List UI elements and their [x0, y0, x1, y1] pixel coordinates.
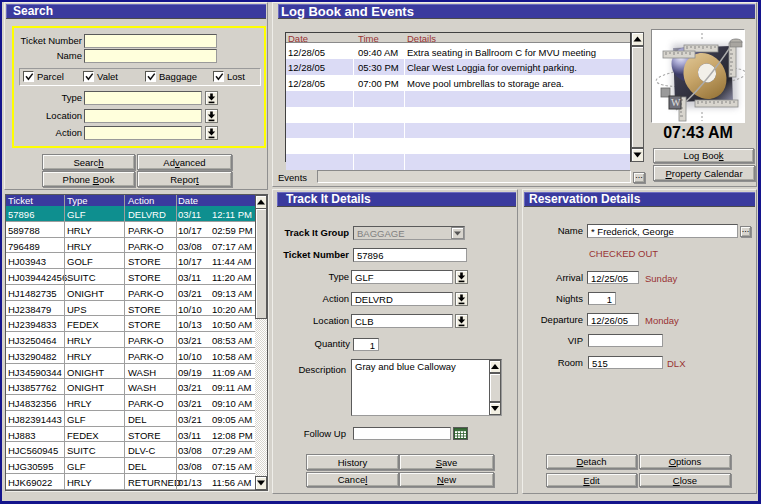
- svg-text:W: W: [671, 97, 681, 108]
